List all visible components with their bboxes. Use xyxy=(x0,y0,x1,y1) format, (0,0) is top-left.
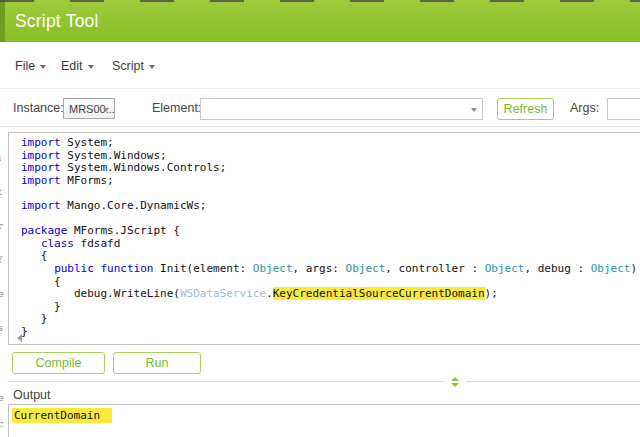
collapse-up-icon xyxy=(451,377,459,381)
menu-edit-label: Edit xyxy=(61,59,83,73)
run-button[interactable]: Run xyxy=(113,352,201,374)
code-line: import MForms; xyxy=(21,175,637,188)
menubar: File Edit Script xyxy=(0,42,640,89)
args-label: Args: xyxy=(570,101,599,115)
window-title: Script Tool xyxy=(15,0,99,42)
run-button-label: Run xyxy=(146,356,169,370)
menu-edit[interactable]: Edit xyxy=(61,42,94,89)
code-line: import Mango.Core.DynamicWs; xyxy=(21,200,637,213)
code-line: public function Init(element: Object, ar… xyxy=(21,263,637,276)
scrollbar-left-arrow-icon[interactable] xyxy=(17,334,22,342)
refresh-button-label: Refresh xyxy=(504,102,548,116)
compile-button[interactable]: Compile xyxy=(12,352,105,374)
menu-file-label: File xyxy=(15,59,35,73)
output-value: CurrentDomain xyxy=(12,408,112,423)
code-line: class fdsafd xyxy=(21,238,637,251)
args-input[interactable] xyxy=(607,98,640,120)
refresh-button[interactable]: Refresh xyxy=(497,98,554,120)
titlebar-left-accent xyxy=(0,0,5,42)
background-window-edge xyxy=(0,0,640,2)
titlebar: Script Tool xyxy=(0,0,640,42)
background-content-sliver: itrfesec xyxy=(0,42,7,437)
splitter-grip[interactable] xyxy=(444,374,466,389)
code-line: debug.WriteLine(WSDataService.KeyCredent… xyxy=(21,288,637,301)
instance-select[interactable]: MRS00... xyxy=(63,98,115,119)
element-label: Element: xyxy=(152,101,201,115)
code-line: } xyxy=(21,301,637,314)
output-label: Output xyxy=(13,388,51,402)
code-editor[interactable]: import System;import System.Windows;impo… xyxy=(8,132,640,345)
script-tool-window: itrfesec Script Tool File Edit Script xyxy=(0,0,640,437)
instance-label: Instance: xyxy=(13,101,64,115)
chevron-down-icon xyxy=(103,108,109,112)
chevron-down-icon xyxy=(149,65,155,69)
collapse-down-icon xyxy=(451,383,459,387)
compile-button-label: Compile xyxy=(36,356,82,370)
menu-script[interactable]: Script xyxy=(112,42,155,89)
splitter-divider xyxy=(8,381,640,382)
chevron-down-icon xyxy=(88,65,94,69)
chevron-down-icon xyxy=(40,65,46,69)
chevron-down-icon xyxy=(471,108,477,112)
menu-file[interactable]: File xyxy=(15,42,46,89)
code-line: } xyxy=(21,313,637,326)
instance-toolbar: Instance: MRS00... Element: Refresh Args… xyxy=(0,90,640,127)
output-panel[interactable]: CurrentDomain xyxy=(8,404,640,437)
code-lines: import System;import System.Windows;impo… xyxy=(21,137,637,339)
element-select[interactable] xyxy=(200,98,483,120)
menu-script-label: Script xyxy=(112,59,144,73)
code-line: } xyxy=(21,326,637,339)
